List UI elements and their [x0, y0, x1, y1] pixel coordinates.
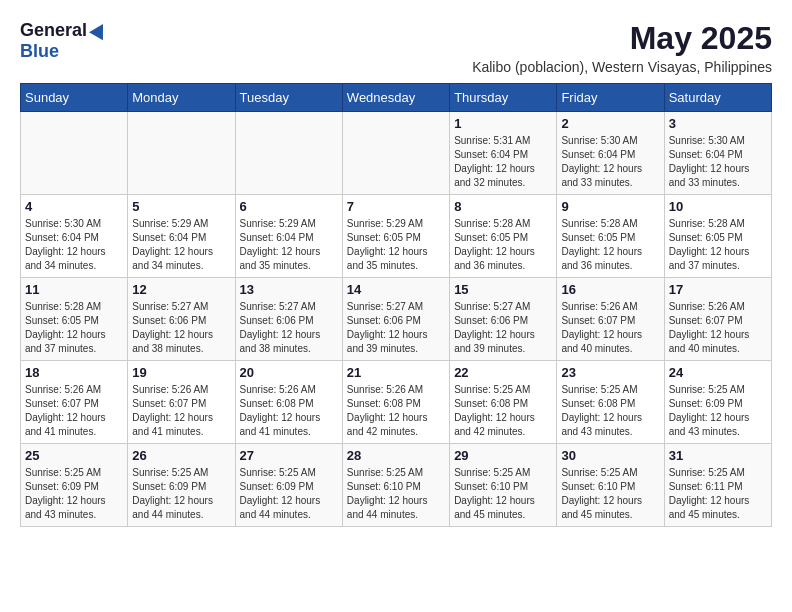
day-number: 24: [669, 365, 767, 380]
day-number: 7: [347, 199, 445, 214]
calendar-cell: 26Sunrise: 5:25 AM Sunset: 6:09 PM Dayli…: [128, 444, 235, 527]
day-info: Sunrise: 5:25 AM Sunset: 6:09 PM Dayligh…: [240, 466, 338, 522]
day-number: 10: [669, 199, 767, 214]
day-number: 20: [240, 365, 338, 380]
day-info: Sunrise: 5:28 AM Sunset: 6:05 PM Dayligh…: [454, 217, 552, 273]
month-year-title: May 2025: [472, 20, 772, 57]
day-number: 30: [561, 448, 659, 463]
day-info: Sunrise: 5:25 AM Sunset: 6:08 PM Dayligh…: [561, 383, 659, 439]
day-number: 13: [240, 282, 338, 297]
day-number: 11: [25, 282, 123, 297]
calendar-cell: 20Sunrise: 5:26 AM Sunset: 6:08 PM Dayli…: [235, 361, 342, 444]
day-header-monday: Monday: [128, 84, 235, 112]
calendar-cell: 16Sunrise: 5:26 AM Sunset: 6:07 PM Dayli…: [557, 278, 664, 361]
day-info: Sunrise: 5:30 AM Sunset: 6:04 PM Dayligh…: [25, 217, 123, 273]
day-info: Sunrise: 5:25 AM Sunset: 6:10 PM Dayligh…: [454, 466, 552, 522]
day-number: 17: [669, 282, 767, 297]
day-header-sunday: Sunday: [21, 84, 128, 112]
calendar-header-row: SundayMondayTuesdayWednesdayThursdayFrid…: [21, 84, 772, 112]
day-number: 3: [669, 116, 767, 131]
calendar-cell: [21, 112, 128, 195]
day-number: 28: [347, 448, 445, 463]
day-header-wednesday: Wednesday: [342, 84, 449, 112]
day-number: 16: [561, 282, 659, 297]
page-header: General Blue May 2025 Kalibo (poblacion)…: [20, 20, 772, 75]
calendar-cell: 12Sunrise: 5:27 AM Sunset: 6:06 PM Dayli…: [128, 278, 235, 361]
day-info: Sunrise: 5:25 AM Sunset: 6:10 PM Dayligh…: [347, 466, 445, 522]
day-info: Sunrise: 5:29 AM Sunset: 6:05 PM Dayligh…: [347, 217, 445, 273]
day-header-friday: Friday: [557, 84, 664, 112]
day-number: 23: [561, 365, 659, 380]
calendar-cell: 30Sunrise: 5:25 AM Sunset: 6:10 PM Dayli…: [557, 444, 664, 527]
calendar-cell: [342, 112, 449, 195]
svg-marker-0: [89, 21, 109, 40]
day-info: Sunrise: 5:26 AM Sunset: 6:07 PM Dayligh…: [132, 383, 230, 439]
day-number: 26: [132, 448, 230, 463]
calendar-week-row: 11Sunrise: 5:28 AM Sunset: 6:05 PM Dayli…: [21, 278, 772, 361]
calendar-cell: [235, 112, 342, 195]
calendar-cell: 31Sunrise: 5:25 AM Sunset: 6:11 PM Dayli…: [664, 444, 771, 527]
calendar-cell: 14Sunrise: 5:27 AM Sunset: 6:06 PM Dayli…: [342, 278, 449, 361]
calendar-cell: 3Sunrise: 5:30 AM Sunset: 6:04 PM Daylig…: [664, 112, 771, 195]
calendar-cell: 4Sunrise: 5:30 AM Sunset: 6:04 PM Daylig…: [21, 195, 128, 278]
day-number: 1: [454, 116, 552, 131]
day-info: Sunrise: 5:30 AM Sunset: 6:04 PM Dayligh…: [561, 134, 659, 190]
day-info: Sunrise: 5:26 AM Sunset: 6:07 PM Dayligh…: [561, 300, 659, 356]
day-number: 29: [454, 448, 552, 463]
calendar-cell: 25Sunrise: 5:25 AM Sunset: 6:09 PM Dayli…: [21, 444, 128, 527]
day-number: 12: [132, 282, 230, 297]
day-info: Sunrise: 5:28 AM Sunset: 6:05 PM Dayligh…: [25, 300, 123, 356]
day-info: Sunrise: 5:26 AM Sunset: 6:08 PM Dayligh…: [240, 383, 338, 439]
day-number: 8: [454, 199, 552, 214]
calendar-cell: 15Sunrise: 5:27 AM Sunset: 6:06 PM Dayli…: [450, 278, 557, 361]
calendar-week-row: 4Sunrise: 5:30 AM Sunset: 6:04 PM Daylig…: [21, 195, 772, 278]
day-info: Sunrise: 5:30 AM Sunset: 6:04 PM Dayligh…: [669, 134, 767, 190]
calendar-cell: 10Sunrise: 5:28 AM Sunset: 6:05 PM Dayli…: [664, 195, 771, 278]
day-info: Sunrise: 5:27 AM Sunset: 6:06 PM Dayligh…: [132, 300, 230, 356]
day-info: Sunrise: 5:27 AM Sunset: 6:06 PM Dayligh…: [454, 300, 552, 356]
calendar-cell: 8Sunrise: 5:28 AM Sunset: 6:05 PM Daylig…: [450, 195, 557, 278]
calendar-cell: 7Sunrise: 5:29 AM Sunset: 6:05 PM Daylig…: [342, 195, 449, 278]
day-info: Sunrise: 5:31 AM Sunset: 6:04 PM Dayligh…: [454, 134, 552, 190]
title-section: May 2025 Kalibo (poblacion), Western Vis…: [472, 20, 772, 75]
day-number: 25: [25, 448, 123, 463]
calendar-cell: 19Sunrise: 5:26 AM Sunset: 6:07 PM Dayli…: [128, 361, 235, 444]
calendar-cell: 6Sunrise: 5:29 AM Sunset: 6:04 PM Daylig…: [235, 195, 342, 278]
calendar-cell: 18Sunrise: 5:26 AM Sunset: 6:07 PM Dayli…: [21, 361, 128, 444]
calendar-table: SundayMondayTuesdayWednesdayThursdayFrid…: [20, 83, 772, 527]
day-header-saturday: Saturday: [664, 84, 771, 112]
day-number: 14: [347, 282, 445, 297]
day-info: Sunrise: 5:28 AM Sunset: 6:05 PM Dayligh…: [669, 217, 767, 273]
day-number: 15: [454, 282, 552, 297]
calendar-cell: 27Sunrise: 5:25 AM Sunset: 6:09 PM Dayli…: [235, 444, 342, 527]
calendar-cell: 13Sunrise: 5:27 AM Sunset: 6:06 PM Dayli…: [235, 278, 342, 361]
calendar-week-row: 25Sunrise: 5:25 AM Sunset: 6:09 PM Dayli…: [21, 444, 772, 527]
calendar-cell: 1Sunrise: 5:31 AM Sunset: 6:04 PM Daylig…: [450, 112, 557, 195]
day-number: 4: [25, 199, 123, 214]
day-number: 18: [25, 365, 123, 380]
day-number: 6: [240, 199, 338, 214]
calendar-week-row: 1Sunrise: 5:31 AM Sunset: 6:04 PM Daylig…: [21, 112, 772, 195]
day-number: 9: [561, 199, 659, 214]
day-number: 5: [132, 199, 230, 214]
day-info: Sunrise: 5:27 AM Sunset: 6:06 PM Dayligh…: [240, 300, 338, 356]
calendar-cell: 17Sunrise: 5:26 AM Sunset: 6:07 PM Dayli…: [664, 278, 771, 361]
day-info: Sunrise: 5:29 AM Sunset: 6:04 PM Dayligh…: [132, 217, 230, 273]
day-info: Sunrise: 5:28 AM Sunset: 6:05 PM Dayligh…: [561, 217, 659, 273]
day-info: Sunrise: 5:25 AM Sunset: 6:09 PM Dayligh…: [669, 383, 767, 439]
calendar-cell: 2Sunrise: 5:30 AM Sunset: 6:04 PM Daylig…: [557, 112, 664, 195]
location-text: Kalibo (poblacion), Western Visayas, Phi…: [472, 59, 772, 75]
day-number: 19: [132, 365, 230, 380]
day-number: 22: [454, 365, 552, 380]
logo: General Blue: [20, 20, 109, 62]
day-info: Sunrise: 5:26 AM Sunset: 6:07 PM Dayligh…: [25, 383, 123, 439]
calendar-week-row: 18Sunrise: 5:26 AM Sunset: 6:07 PM Dayli…: [21, 361, 772, 444]
logo-blue-text: Blue: [20, 41, 59, 61]
day-info: Sunrise: 5:26 AM Sunset: 6:08 PM Dayligh…: [347, 383, 445, 439]
calendar-cell: 22Sunrise: 5:25 AM Sunset: 6:08 PM Dayli…: [450, 361, 557, 444]
day-info: Sunrise: 5:29 AM Sunset: 6:04 PM Dayligh…: [240, 217, 338, 273]
day-info: Sunrise: 5:25 AM Sunset: 6:11 PM Dayligh…: [669, 466, 767, 522]
day-number: 31: [669, 448, 767, 463]
calendar-cell: 23Sunrise: 5:25 AM Sunset: 6:08 PM Dayli…: [557, 361, 664, 444]
day-info: Sunrise: 5:25 AM Sunset: 6:10 PM Dayligh…: [561, 466, 659, 522]
